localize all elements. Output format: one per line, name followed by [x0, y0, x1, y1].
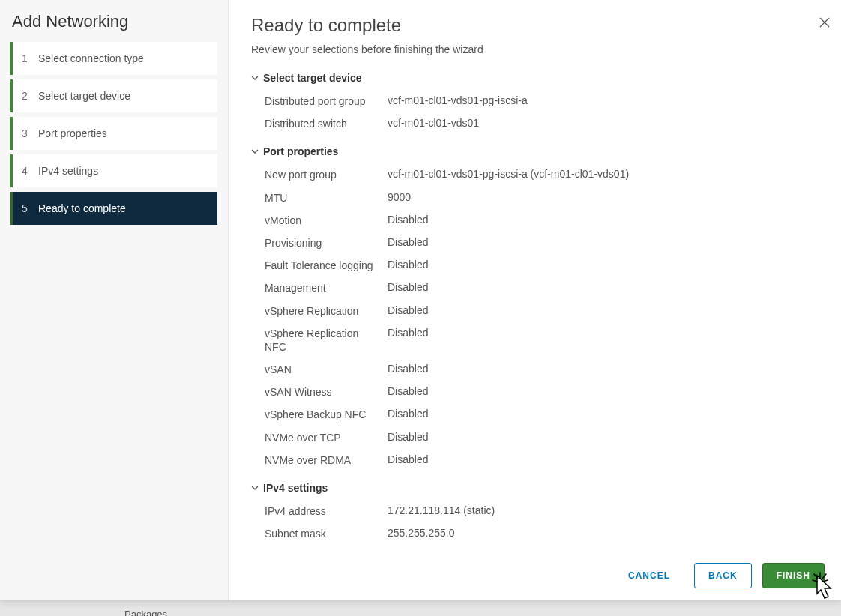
summary-row: vSANDisabled	[265, 358, 819, 381]
page-title: Ready to complete	[251, 15, 819, 36]
summary-value: 9000	[388, 191, 819, 203]
summary-value: Disabled	[388, 408, 819, 420]
summary-row: vSphere Replication NFCDisabled	[265, 322, 819, 358]
step-number: 2	[22, 90, 38, 102]
back-button[interactable]: BACK	[694, 563, 752, 588]
chevron-down-icon	[251, 72, 259, 84]
summary-key: Distributed port group	[265, 94, 388, 108]
summary-key: MTU	[265, 191, 388, 205]
section-rows-target: Distributed port groupvcf-m01-cl01-vds01…	[251, 90, 819, 135]
summary-key: NVMe over TCP	[265, 431, 388, 444]
summary-key: vSAN	[265, 363, 388, 376]
section-rows-port: New port groupvcf-m01-cl01-vds01-pg-iscs…	[251, 163, 819, 471]
wizard-step-5[interactable]: 5Ready to complete	[10, 192, 217, 225]
step-number: 1	[22, 52, 38, 64]
summary-row: Distributed port groupvcf-m01-cl01-vds01…	[265, 90, 819, 112]
chevron-down-icon	[251, 482, 259, 494]
summary-key: vSphere Backup NFC	[265, 408, 388, 421]
step-label: Select connection type	[38, 52, 144, 64]
summary-value: Disabled	[388, 363, 819, 375]
summary-value: vcf-m01-cl01-vds01-pg-iscsi-a (vcf-m01-c…	[388, 168, 819, 180]
summary-row: NVMe over RDMADisabled	[265, 449, 819, 471]
section-header-ipv4[interactable]: IPv4 settings	[251, 482, 819, 494]
step-label: IPv4 settings	[38, 165, 98, 177]
summary-row: Fault Tolerance loggingDisabled	[265, 254, 819, 277]
wizard-steps: 1Select connection type2Select target de…	[10, 42, 217, 225]
summary-key: IPv4 address	[265, 504, 388, 518]
close-icon[interactable]	[814, 12, 835, 33]
cancel-button[interactable]: CANCEL	[615, 563, 684, 588]
summary-row: vMotionDisabled	[265, 209, 819, 232]
step-number: 4	[22, 165, 38, 177]
summary-row: MTU9000	[265, 187, 819, 209]
step-number: 3	[22, 127, 38, 139]
wizard-step-4[interactable]: 4IPv4 settings	[10, 154, 217, 187]
summary-value: Disabled	[388, 214, 819, 226]
summary-key: vSphere Replication	[265, 304, 388, 318]
wizard-step-1[interactable]: 1Select connection type	[10, 42, 217, 75]
section-title: Select target device	[263, 72, 362, 84]
step-label: Select target device	[38, 90, 130, 102]
summary-row: vSphere Backup NFCDisabled	[265, 403, 819, 426]
summary-row: ProvisioningDisabled	[265, 232, 819, 254]
summary-row: Distributed switchvcf-m01-cl01-vds01	[265, 112, 819, 135]
summary-value: 172.21.118.114 (static)	[388, 504, 819, 516]
summary-key: Subnet mask	[265, 527, 388, 540]
section-rows-ipv4: IPv4 address172.21.118.114 (static)Subne…	[251, 500, 819, 545]
summary-key: Fault Tolerance logging	[265, 259, 388, 272]
finish-button[interactable]: FINISH	[762, 563, 825, 588]
summary-row: Subnet mask255.255.255.0	[265, 522, 819, 545]
summary-row: vSAN WitnessDisabled	[265, 381, 819, 403]
summary-row: IPv4 address172.21.118.114 (static)	[265, 500, 819, 522]
wizard-sidebar: Add Networking 1Select connection type2S…	[0, 0, 229, 600]
step-label: Port properties	[38, 127, 107, 139]
summary-value: Disabled	[388, 385, 819, 397]
section-header-target[interactable]: Select target device	[251, 72, 819, 84]
summary-value: vcf-m01-cl01-vds01	[388, 117, 819, 129]
background-tab-label: Packages	[124, 609, 167, 616]
summary-row: vSphere ReplicationDisabled	[265, 300, 819, 322]
summary-value: Disabled	[388, 304, 819, 316]
summary-row: New port groupvcf-m01-cl01-vds01-pg-iscs…	[265, 163, 819, 186]
section-header-port[interactable]: Port properties	[251, 145, 819, 157]
summary-value: Disabled	[388, 281, 819, 293]
summary-row: ManagementDisabled	[265, 277, 819, 299]
wizard-step-2[interactable]: 2Select target device	[10, 79, 217, 112]
chevron-down-icon	[251, 145, 259, 157]
summary-key: NVMe over RDMA	[265, 453, 388, 467]
step-number: 5	[22, 202, 38, 214]
summary-row: NVMe over TCPDisabled	[265, 426, 819, 449]
summary-value: Disabled	[388, 327, 819, 339]
summary-value: vcf-m01-cl01-vds01-pg-iscsi-a	[388, 94, 819, 106]
summary-value: Disabled	[388, 453, 819, 465]
summary-value: Disabled	[388, 431, 819, 443]
summary-key: vSAN Witness	[265, 385, 388, 399]
summary-value: Disabled	[388, 236, 819, 248]
summary-value: 255.255.255.0	[388, 527, 819, 539]
summary-key: Distributed switch	[265, 117, 388, 130]
wizard-title: Add Networking	[10, 9, 217, 42]
page-subtitle: Review your selections before finishing …	[251, 43, 819, 55]
step-label: Ready to complete	[38, 202, 126, 214]
summary-key: Management	[265, 281, 388, 295]
summary-key: vMotion	[265, 214, 388, 227]
wizard-footer: CANCEL BACK FINISH	[229, 551, 841, 600]
wizard-content: Ready to complete Review your selections…	[229, 0, 841, 600]
summary-value: Disabled	[388, 259, 819, 271]
add-networking-wizard: Add Networking 1Select connection type2S…	[0, 0, 841, 600]
section-title: IPv4 settings	[263, 482, 328, 494]
wizard-step-3[interactable]: 3Port properties	[10, 117, 217, 150]
summary-key: New port group	[265, 168, 388, 181]
summary-key: Provisioning	[265, 236, 388, 250]
summary-key: vSphere Replication NFC	[265, 327, 388, 354]
section-title: Port properties	[263, 145, 338, 157]
